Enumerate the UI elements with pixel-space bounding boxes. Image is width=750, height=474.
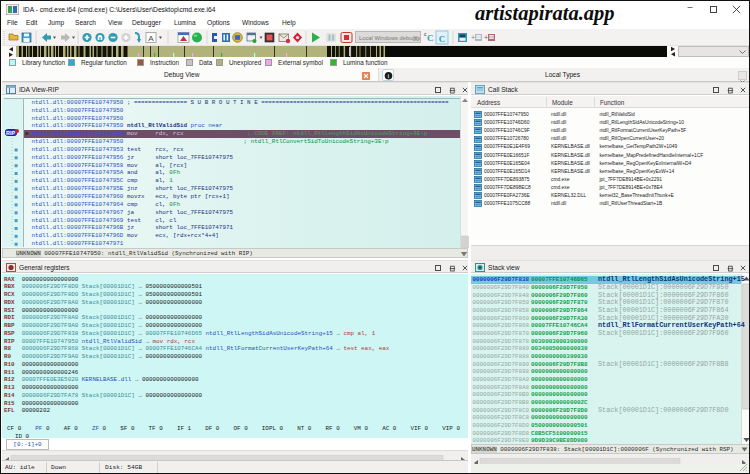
svg-text:+: + [471,34,475,41]
svg-text:A: A [148,34,154,43]
svg-text:i: i [387,72,389,79]
svg-text:C: C [427,33,434,43]
svg-text:C: C [439,34,446,44]
svg-text:+: + [484,34,488,41]
